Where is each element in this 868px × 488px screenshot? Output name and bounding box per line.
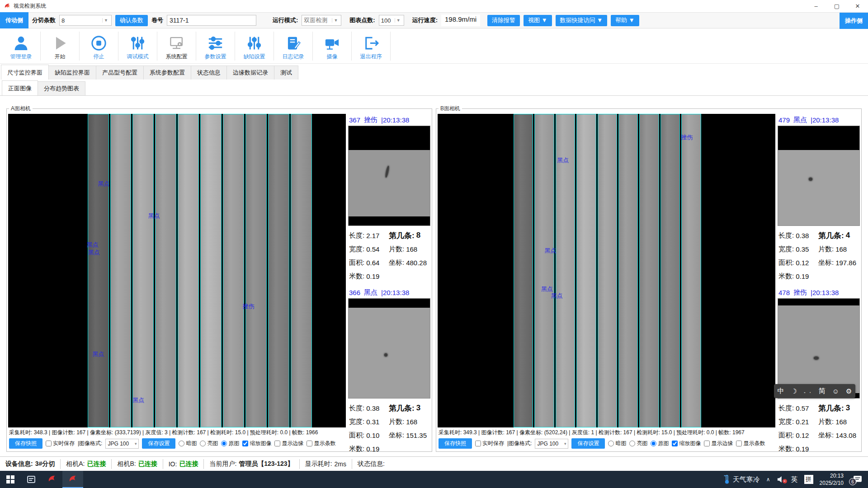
camera-b-strips	[514, 114, 701, 427]
notification-count-badge: 6	[849, 478, 856, 485]
image-format-select[interactable]: JPG 100▾	[535, 439, 568, 449]
app-status-bar: 设备信息:3#分切 相机A:已连接 相机B:已连接 IO:已连接 当前用户:管理…	[0, 456, 868, 471]
original-image-radio[interactable]: 原图	[221, 440, 239, 447]
camera-a-strips	[88, 114, 312, 427]
bright-image-radio[interactable]: 亮图	[629, 440, 647, 447]
show-count-checkbox[interactable]: 显示条数	[736, 440, 765, 447]
action-center-button[interactable]: 6	[850, 475, 865, 483]
image-format-select[interactable]: JPG 100▾	[105, 439, 139, 449]
status-badge: 已连接	[179, 460, 198, 468]
defect-stats: 长度:2.17 第几条:8 宽度:0.54 片数:168 面积:0.64 坐标:…	[348, 226, 430, 283]
tab-defect-monitor[interactable]: 缺陷监控界面	[48, 66, 96, 80]
tab-front-image[interactable]: 正面图像	[2, 80, 38, 95]
capture-button[interactable]: 摄像	[313, 32, 352, 61]
material-strip	[291, 114, 312, 427]
camera-b-image: 挫伤黑点黑点黑点黑点	[438, 114, 775, 427]
tab-size-monitor[interactable]: 尺寸监控界面	[1, 65, 49, 80]
original-image-radio[interactable]: 原图	[651, 440, 669, 447]
ime-punctuation-toggle[interactable]: 。，	[804, 388, 812, 394]
material-strip	[200, 114, 222, 427]
tray-expand-chevron[interactable]: ∧	[766, 476, 770, 483]
slit-count-select[interactable]: 8 ▼	[59, 15, 112, 26]
view-menu-button[interactable]: 视图 ▼	[524, 15, 552, 26]
save-settings-button[interactable]: 保存设置	[142, 438, 175, 449]
run-mode-select[interactable]: 双面检测 ▼	[302, 15, 341, 26]
ime-emoji-button[interactable]: ☺	[832, 387, 839, 395]
roll-number-input[interactable]	[167, 15, 256, 26]
defect-thumbnail	[348, 126, 430, 226]
parameter-settings-button[interactable]: 参数设置	[196, 32, 235, 61]
current-user-segment: 当前用户:管理员【123-123】	[204, 459, 299, 469]
tab-status-info[interactable]: 状态信息	[191, 66, 227, 80]
start-button[interactable]	[0, 471, 21, 488]
main-toolbar: 传动侧 分切条数 8 ▼ 确认条数 卷号 运行模式: 双面检测 ▼ 图表点数: …	[0, 12, 868, 28]
system-config-button[interactable]: 系统配置	[157, 32, 196, 61]
defect-stats: 长度:0.38 第几条:3 宽度:0.31 片数:168 面积:0.10 坐标:…	[348, 399, 430, 455]
material-strip	[223, 114, 244, 427]
material-strip	[155, 114, 176, 427]
tab-trend-chart[interactable]: 分布趋势图表	[38, 81, 85, 95]
material-strip	[245, 114, 267, 427]
ime-halfwidth-icon[interactable]: ☽	[791, 387, 797, 395]
defect-card: 366 黑点 |20:13:38 长度:0.38 第几条:3 宽度:0.31 片…	[348, 286, 430, 455]
ime-simplified-toggle[interactable]: 简	[819, 387, 826, 395]
log-record-button[interactable]: 日志记录	[274, 32, 313, 61]
drive-side-button[interactable]: 传动侧	[0, 12, 28, 28]
app-logo-icon	[47, 474, 57, 484]
task-list-icon	[27, 475, 36, 484]
weather-widget[interactable]: 天气寒冷	[723, 475, 760, 484]
minimize-button[interactable]: –	[806, 0, 826, 12]
show-edge-checkbox[interactable]: 显示边缘	[704, 440, 733, 447]
material-strip	[88, 114, 109, 427]
save-snapshot-button[interactable]: 保存快照	[439, 438, 472, 449]
help-menu-button[interactable]: 帮助 ▼	[611, 15, 639, 26]
stop-button[interactable]: 停止	[80, 32, 118, 61]
save-snapshot-button[interactable]: 保存快照	[9, 438, 42, 449]
taskbar-app-icon[interactable]	[42, 471, 62, 488]
state-info-segment: 状态信息:	[352, 459, 390, 469]
close-button[interactable]: ✕	[847, 0, 868, 12]
material-strip	[268, 114, 289, 427]
defect-card: 479 黑点 |20:13:38 长度:0.38 第几条:4 宽度:0.35 片…	[778, 114, 860, 283]
defect-stats: 长度:0.57 第几条:3 宽度:0.21 片数:168 面积:0.12 坐标:…	[778, 399, 860, 455]
camera-a-group: A面相机 黑点黑点黑点黑点挫伤黑点黑点 采集耗时: 348.3 | 图像计数: …	[6, 105, 432, 452]
chevron-down-icon: ▼	[332, 18, 339, 23]
dark-image-radio[interactable]: 暗图	[608, 440, 626, 447]
tab-edge-data[interactable]: 边缘数据记录	[226, 66, 274, 80]
debug-mode-button[interactable]: 调试模式	[118, 32, 157, 61]
taskbar-clock[interactable]: 20:13 2025/2/10	[820, 472, 844, 487]
ime-lang-toggle[interactable]: 中	[777, 387, 784, 395]
save-settings-button[interactable]: 保存设置	[571, 438, 605, 449]
ime-mode-indicator[interactable]: 拼	[804, 475, 813, 484]
action-bar: 管理登录 开始 停止 调试模式 系统配置 参数设置 缺陷设置	[0, 28, 868, 64]
tab-product-model[interactable]: 产品型号配置	[96, 66, 144, 80]
zoom-image-checkbox[interactable]: 缩放图像	[672, 440, 701, 447]
dark-image-radio[interactable]: 暗图	[179, 440, 197, 447]
volume-muted-icon[interactable]: ×	[777, 476, 785, 483]
realtime-save-checkbox[interactable]: 实时保存	[46, 440, 75, 447]
bright-image-radio[interactable]: 亮图	[200, 440, 218, 447]
maximize-button[interactable]: ▢	[826, 0, 847, 12]
device-info-segment: 设备信息:3#分切	[0, 459, 61, 469]
confirm-count-button[interactable]: 确认条数	[115, 15, 148, 26]
show-edge-checkbox[interactable]: 显示边缘	[274, 440, 303, 447]
taskbar-app-icon[interactable]	[21, 471, 42, 488]
chart-points-select[interactable]: 100 ▼	[379, 15, 404, 26]
realtime-save-checkbox[interactable]: 实时保存	[475, 440, 504, 447]
data-access-menu-button[interactable]: 数据快捷访问 ▼	[556, 15, 607, 26]
admin-login-button[interactable]: 管理登录	[2, 32, 41, 61]
tab-test[interactable]: 测试	[274, 66, 298, 80]
taskbar-active-app-icon[interactable]	[62, 471, 83, 488]
operate-side-button[interactable]: 操作侧	[840, 13, 868, 29]
show-count-checkbox[interactable]: 显示条数	[307, 440, 335, 447]
ime-settings-gear-icon[interactable]: ⚙	[846, 387, 852, 395]
defect-settings-button[interactable]: 缺陷设置	[235, 32, 274, 61]
exit-program-button[interactable]: 退出程序	[352, 32, 391, 61]
defect-label: 黑点	[92, 350, 104, 358]
zoom-image-checkbox[interactable]: 缩放图像	[242, 440, 271, 447]
tab-system-params[interactable]: 系统参数配置	[143, 66, 191, 80]
start-button[interactable]: 开始	[41, 32, 80, 61]
material-strip	[576, 114, 596, 427]
clear-alarm-button[interactable]: 清除报警	[487, 15, 520, 26]
language-indicator[interactable]: 英	[791, 475, 798, 484]
